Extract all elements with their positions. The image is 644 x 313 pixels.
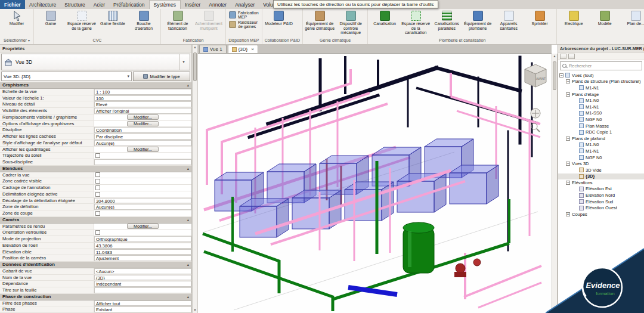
tree-item[interactable]: 3D Vide bbox=[558, 167, 644, 173]
property-row[interactable]: Afficher les quadrillages Modifier... Mo… bbox=[0, 147, 191, 153]
property-row[interactable]: Gabarit de vue <Aucun> <Aucun> bbox=[0, 268, 191, 275]
property-value[interactable]: <Aucun> bbox=[94, 268, 191, 274]
property-row[interactable]: Paramètres de rendu Modifier... Modifier… bbox=[0, 224, 191, 230]
property-value[interactable]: Indépendant bbox=[94, 281, 191, 287]
project-search-input[interactable]: Rechercher bbox=[560, 61, 642, 70]
property-value[interactable]: Existant bbox=[94, 306, 191, 312]
property-checkbox[interactable] bbox=[95, 211, 100, 216]
ribbon-button[interactable]: Modeleur P&ID bbox=[264, 10, 295, 27]
ribbon-button[interactable]: Gaine bbox=[35, 10, 66, 27]
property-row[interactable]: Zone de coupe bbox=[0, 210, 191, 217]
ribbon-button[interactable]: Gaine flexible bbox=[97, 10, 128, 27]
ribbon-tab[interactable]: Structure bbox=[60, 0, 89, 9]
property-row[interactable]: Filtre des phases Afficher tout Afficher… bbox=[0, 300, 191, 307]
property-row[interactable]: Etendues bbox=[0, 166, 191, 172]
tree-item[interactable]: − Plans d'étage bbox=[558, 91, 644, 98]
tree-expander[interactable] bbox=[573, 142, 577, 147]
tree-expander[interactable] bbox=[573, 156, 577, 160]
tree-expander[interactable]: − bbox=[566, 181, 570, 185]
select-dropdown[interactable]: Sélectionner bbox=[0, 37, 33, 44]
tree-expander[interactable] bbox=[573, 86, 577, 90]
property-row[interactable]: Trajectoire du soleil bbox=[0, 153, 191, 159]
ribbon-button[interactable]: Sprinkler bbox=[524, 10, 555, 27]
property-value[interactable] bbox=[94, 159, 191, 165]
property-checkbox[interactable] bbox=[95, 230, 100, 235]
tree-item[interactable]: Elévation Est bbox=[558, 186, 644, 193]
property-row[interactable]: Zone cadrée visible bbox=[0, 178, 191, 185]
tree-item[interactable]: M1-SS0 bbox=[558, 110, 644, 117]
property-row[interactable]: Elévation cible 11.0483 11.0483 bbox=[0, 249, 191, 256]
ribbon-tab[interactable]: Annoter bbox=[205, 0, 231, 9]
property-row[interactable]: Style d'affichage de l'analyse par défau… bbox=[0, 140, 191, 147]
element-selector-dropdown[interactable]: Vue 3D: {3D} bbox=[1, 72, 132, 81]
tree-expander[interactable] bbox=[573, 174, 577, 178]
property-row[interactable]: Caméra bbox=[0, 217, 191, 224]
property-row[interactable]: Données d'identification bbox=[0, 262, 191, 268]
tree-expander[interactable] bbox=[573, 105, 577, 109]
property-row[interactable]: Zone de définition Aucun(e) Aucun(e) bbox=[0, 204, 191, 210]
tree-item[interactable]: M1-N0 bbox=[558, 142, 644, 148]
property-value[interactable]: 304.8000 bbox=[94, 198, 191, 204]
ribbon-tab[interactable]: Analyser bbox=[231, 0, 259, 9]
ribbon-button[interactable]: Bouche d'aération bbox=[128, 10, 159, 32]
scrollbar-thumb[interactable] bbox=[193, 52, 197, 81]
browser-filter-icon[interactable] bbox=[568, 54, 575, 59]
property-value[interactable]: 1 : 100 bbox=[94, 89, 191, 95]
property-checkbox[interactable] bbox=[95, 179, 100, 184]
tree-item[interactable]: M1-N0 bbox=[558, 97, 644, 104]
property-row[interactable]: Cadrer la vue bbox=[0, 172, 191, 179]
ribbon-button[interactable]: Élément de fabrication bbox=[162, 10, 193, 32]
property-value[interactable]: Aucun(e) bbox=[94, 140, 191, 146]
property-row[interactable]: Dépendance Indépendant Indépendant bbox=[0, 281, 191, 287]
property-row[interactable]: Graphismes bbox=[0, 82, 191, 89]
type-selector[interactable]: Vue 3D bbox=[1, 54, 190, 70]
tree-item[interactable]: − Plans de structure (Plan structurel) bbox=[558, 79, 644, 85]
property-row[interactable]: Décalage de la délimitation éloignée 304… bbox=[0, 198, 191, 204]
type-selector-dropdown-icon[interactable] bbox=[179, 54, 187, 70]
tree-expander[interactable]: − bbox=[566, 92, 570, 97]
tree-expander[interactable] bbox=[573, 117, 577, 122]
tree-expander[interactable] bbox=[573, 130, 577, 134]
tree-item[interactable]: − Vues 3D bbox=[558, 160, 644, 167]
tree-expander[interactable] bbox=[573, 187, 577, 191]
property-value[interactable]: Afficher tout bbox=[94, 300, 191, 306]
ribbon-button[interactable]: Canalisations parallèles bbox=[431, 10, 462, 32]
view-tab-3d[interactable]: {3D} bbox=[228, 45, 258, 53]
property-checkbox[interactable] bbox=[95, 172, 100, 177]
property-row[interactable]: Position de la caméra Ajustement Ajustem… bbox=[0, 255, 191, 262]
tree-expander[interactable]: − bbox=[566, 162, 570, 166]
properties-scrollbar[interactable] bbox=[192, 45, 198, 313]
property-value[interactable]: Aucun(e) bbox=[94, 204, 191, 210]
ribbon-button[interactable]: Modèle bbox=[589, 10, 620, 27]
property-row[interactable]: Mode de projection Orthographique Orthog… bbox=[0, 236, 191, 243]
tree-expander[interactable] bbox=[573, 98, 577, 103]
property-row[interactable]: Sous-discipline bbox=[0, 159, 191, 166]
property-row[interactable]: Valeur de l'échelle 1: 100 100 bbox=[0, 95, 191, 102]
ribbon-tab[interactable]: Architecture bbox=[25, 0, 60, 9]
ribbon-button[interactable]: Raidisseur de gaines bbox=[227, 20, 261, 29]
tree-expander[interactable]: − bbox=[559, 73, 564, 78]
property-row[interactable]: Echelle de la vue 1 : 100 1 : 100 bbox=[0, 89, 191, 95]
tree-item[interactable]: NGF N0 bbox=[558, 154, 644, 161]
ribbon-button[interactable]: Équipement de génie climatique bbox=[304, 10, 335, 32]
ribbon-button[interactable]: Dispositif de contrôle mécanique bbox=[335, 10, 366, 36]
property-row[interactable]: Discipline Coordination Coordination bbox=[0, 127, 191, 134]
drawing-area[interactable]: AVANT bbox=[198, 54, 552, 313]
ribbon-button[interactable]: Plan de... bbox=[620, 10, 644, 27]
property-row[interactable]: Visibilité des éléments Afficher l'origi… bbox=[0, 108, 191, 114]
tree-expander[interactable]: + bbox=[566, 212, 570, 216]
tree-item[interactable]: M1-N1 bbox=[558, 85, 644, 91]
viewcube[interactable]: AVANT bbox=[525, 64, 546, 87]
property-edit-button[interactable]: Modifier... bbox=[127, 147, 159, 152]
property-row[interactable]: Délimitation éloignée active bbox=[0, 191, 191, 198]
ribbon-button[interactable]: Appareils sanitaires bbox=[493, 10, 524, 32]
property-edit-button[interactable]: Modifier... bbox=[127, 121, 159, 126]
property-row[interactable]: Afficher les lignes cachées Par discipli… bbox=[0, 134, 191, 140]
tree-expander[interactable]: − bbox=[566, 137, 570, 141]
tree-expander[interactable] bbox=[573, 124, 577, 128]
property-value[interactable]: {3D} bbox=[94, 275, 191, 281]
tree-expander[interactable] bbox=[573, 168, 577, 172]
property-value[interactable]: 43.3806 bbox=[94, 243, 191, 249]
property-edit-button[interactable]: Modifier... bbox=[127, 224, 159, 229]
ribbon-button[interactable]: Fabrication MEP bbox=[227, 11, 261, 19]
